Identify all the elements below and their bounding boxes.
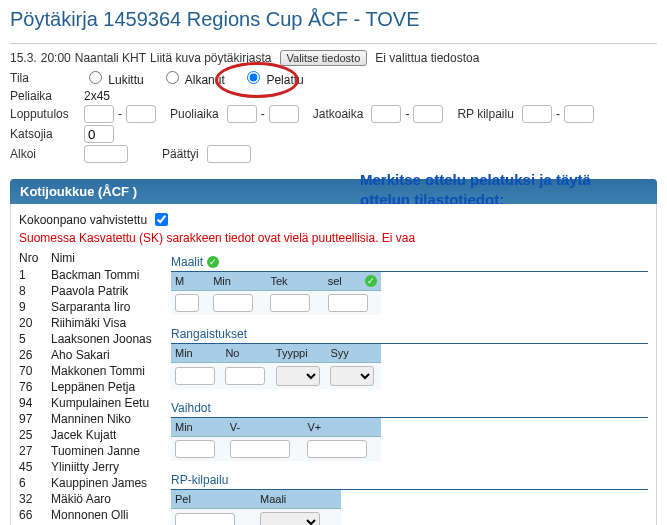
dash: - <box>405 107 409 121</box>
roster-row: 45Yliniitty Jerry <box>19 459 161 475</box>
roster-row: 32Mäkiö Aaro <box>19 491 161 507</box>
goals-col-sel: sel ✓ <box>324 272 381 291</box>
pen-min-input[interactable] <box>175 367 215 385</box>
pen-col-no: No <box>221 344 271 363</box>
roster-name: Riihimäki Visa <box>51 316 126 330</box>
roster-row: 20Riihimäki Visa <box>19 315 161 331</box>
state-locked-option[interactable]: Lukittu <box>84 73 144 87</box>
roster-name: Makkonen Tommi <box>51 364 145 378</box>
roster-header-nimi: Nimi <box>51 251 75 265</box>
table-row <box>171 363 381 390</box>
roster-name: Sarparanta Iiro <box>51 300 130 314</box>
roster-row: 9Sarparanta Iiro <box>19 299 161 315</box>
state-locked-label: Lukittu <box>108 73 143 87</box>
goal-m-input[interactable] <box>175 294 199 312</box>
ended-label: Päättyi <box>162 147 199 161</box>
extra-home-input[interactable] <box>371 105 401 123</box>
roster-name: Tuominen Janne <box>51 444 140 458</box>
lineup-confirm-checkbox[interactable] <box>155 213 168 226</box>
goals-col-min: Min <box>209 272 266 291</box>
roster-number: 45 <box>19 460 41 474</box>
roster-row: 8Paavola Patrik <box>19 283 161 299</box>
time-row: Alkoi Päättyi <box>10 145 657 163</box>
goals-block: Maalit ✓ M Min Tek sel ✓ <box>171 253 648 315</box>
roster-list: 1Backman Tommi8Paavola Patrik9Sarparanta… <box>19 267 161 523</box>
stats-blocks-column: Maalit ✓ M Min Tek sel ✓ <box>171 249 648 525</box>
period-row: Peliaika 2x45 <box>10 89 657 103</box>
choose-file-button[interactable]: Valitse tiedosto <box>280 50 368 66</box>
roster-name: Backman Tommi <box>51 268 139 282</box>
rp-label: RP kilpailu <box>457 107 513 121</box>
ok-icon: ✓ <box>365 275 377 287</box>
pen-col-min: Min <box>171 344 221 363</box>
match-info-line: 15.3. 20:00 Naantali KHT Liitä kuva pöyt… <box>10 50 657 66</box>
subs-block: Vaihdot Min V- V+ <box>171 399 648 461</box>
pen-no-input[interactable] <box>225 367 265 385</box>
dash: - <box>556 107 560 121</box>
rp-col-pel: Pel <box>171 490 256 509</box>
rp-home-input[interactable] <box>522 105 552 123</box>
match-time: 20:00 <box>41 51 71 65</box>
attach-label: Liitä kuva pöytäkirjasta <box>150 51 271 65</box>
roster-row: 94Kumpulainen Eetu <box>19 395 161 411</box>
lineup-confirm-label: Kokoonpano vahvistettu <box>19 213 147 227</box>
started-input[interactable] <box>84 145 128 163</box>
rp-col-maali: Maali <box>256 490 341 509</box>
started-label: Alkoi <box>10 147 80 161</box>
table-row <box>171 437 381 462</box>
rp-goal-select[interactable] <box>260 512 320 525</box>
roster-name: Paavola Patrik <box>51 284 128 298</box>
subs-out-input[interactable] <box>230 440 290 458</box>
half-label: Puoliaika <box>170 107 219 121</box>
roster-number: 66 <box>19 508 41 522</box>
separator <box>10 43 657 44</box>
half-home-input[interactable] <box>227 105 257 123</box>
no-file-label: Ei valittua tiedostoa <box>375 51 479 65</box>
final-away-input[interactable] <box>126 105 156 123</box>
roster-number: 5 <box>19 332 41 346</box>
roster-row: 76Leppänen Petja <box>19 379 161 395</box>
final-home-input[interactable] <box>84 105 114 123</box>
extra-away-input[interactable] <box>413 105 443 123</box>
half-away-input[interactable] <box>269 105 299 123</box>
ended-input[interactable] <box>207 145 251 163</box>
pen-col-type: Tyyppi <box>272 344 327 363</box>
roster-name: Leppänen Petja <box>51 380 135 394</box>
subs-col-vplus: V+ <box>303 418 381 437</box>
final-label: Lopputulos <box>10 107 80 121</box>
subs-in-input[interactable] <box>307 440 367 458</box>
pen-reason-select[interactable] <box>330 366 374 386</box>
goal-sel-input[interactable] <box>328 294 368 312</box>
roster-row: 26Aho Sakari <box>19 347 161 363</box>
state-locked-radio[interactable] <box>89 71 102 84</box>
state-started-label: Alkanut <box>185 73 225 87</box>
goals-title: Maalit <box>171 255 203 269</box>
goals-table: M Min Tek sel ✓ <box>171 272 381 315</box>
state-played-radio[interactable] <box>247 71 260 84</box>
roster-number: 9 <box>19 300 41 314</box>
rp-pel-input[interactable] <box>175 513 235 525</box>
spectators-input[interactable] <box>84 125 114 143</box>
goal-min-input[interactable] <box>213 294 253 312</box>
extra-label: Jatkoaika <box>313 107 364 121</box>
roster-name: Monnonen Olli <box>51 508 128 522</box>
rp-away-input[interactable] <box>564 105 594 123</box>
state-started-radio[interactable] <box>166 71 179 84</box>
roster-row: 27Tuominen Janne <box>19 443 161 459</box>
roster-name: Manninen Niko <box>51 412 131 426</box>
goals-col-m: M <box>171 272 209 291</box>
subs-min-input[interactable] <box>175 440 215 458</box>
goal-tek-input[interactable] <box>270 294 310 312</box>
dash: - <box>118 107 122 121</box>
roster-number: 25 <box>19 428 41 442</box>
roster-column: Nro Nimi 1Backman Tommi8Paavola Patrik9S… <box>19 249 161 525</box>
spectators-row: Katsojia <box>10 125 657 143</box>
roster-row: 25Jacek Kujatt <box>19 427 161 443</box>
state-started-option[interactable]: Alkanut <box>161 73 225 87</box>
page-title: Pöytäkirja 1459364 Regions Cup ÅCF - TOV… <box>10 6 657 39</box>
match-venue: Naantali KHT <box>75 51 146 65</box>
pen-type-select[interactable] <box>276 366 320 386</box>
state-played-option[interactable]: Pelattu <box>242 73 304 87</box>
roster-number: 32 <box>19 492 41 506</box>
rp-table: Pel Maali <box>171 490 341 525</box>
